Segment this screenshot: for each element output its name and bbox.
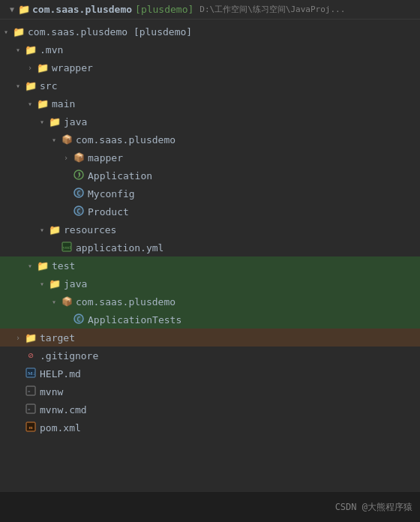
tree-item-com-saas-test[interactable]: ▾📦com.saas.plusdemo [0,292,420,310]
tree-label: mvnw [40,386,63,398]
tree-item-help-md[interactable]: ›M↓HELP.md [0,364,420,382]
tree-item-gitignore[interactable]: ›⊘.gitignore [0,346,420,364]
tree-label: main [52,98,75,110]
tree-item-myconfig[interactable]: ›CMyconfig [0,184,420,202]
tree-item-application-tests[interactable]: ›CApplicationTests [0,310,420,328]
tree-arrow: › [12,334,24,342]
tree-label: mapper [88,152,123,164]
tree-label: .mvn [40,44,63,56]
tree-label: .gitignore [40,350,98,362]
tree-arrow: ▾ [12,82,24,90]
tree-label: java [64,116,87,128]
tree-item-target[interactable]: ›📁target [0,328,420,346]
project-path: D:\工作空间\练习空间\JavaProj... [200,4,345,15]
tree-label: test [52,260,75,272]
tree-arrow: › [60,316,72,324]
folder-java-icon: 📁 [48,116,62,128]
tree-label: Product [88,206,129,218]
tree-item-mvn[interactable]: ▾📁.mvn [0,40,420,58]
tree-label: com.saas.plusdemo [76,296,176,308]
tree-label: resources [64,224,116,236]
tree-arrow: › [24,64,36,72]
tree-item-java-test[interactable]: ▾📁java [0,274,420,292]
file-tree-panel: ▼ 📁 com.saas.plusdemo [plusdemo] D:\工作空间… [0,0,420,512]
tree-arrow: › [12,370,24,378]
mvnw-cmd-icon: = [24,404,38,416]
tree-item-test[interactable]: ▾📁test [0,256,420,274]
tree-item-application[interactable]: ›Application [0,166,420,184]
tree-item-wrapper[interactable]: ›📁wrapper [0,58,420,76]
tree-item-application-yml[interactable]: ›ymlapplication.yml [0,238,420,256]
tree-item-resources[interactable]: ▾📁resources [0,220,420,238]
project-name: com.saas.plusdemo [32,4,132,15]
tree-item-com-saas[interactable]: ▾📦com.saas.plusdemo [0,130,420,148]
tree-item-java-main[interactable]: ▾📁java [0,112,420,130]
project-root[interactable]: ▼ 📁 com.saas.plusdemo [plusdemo] D:\工作空间… [0,0,420,20]
tree-arrow: ▾ [36,280,48,288]
package-icon: 📦 [60,296,74,307]
tree-arrow: ▾ [48,298,60,306]
md-icon: M↓ [24,368,38,380]
package-icon: 📦 [60,134,74,145]
watermark-bar: CSDN @大熊程序猿 [0,492,420,522]
tree-item-main[interactable]: ▾📁main [0,94,420,112]
tree-arrow: › [48,244,60,252]
tree-item-mapper[interactable]: ›📦mapper [0,148,420,166]
tree-arrow: › [12,388,24,396]
package-icon: 📦 [72,152,86,163]
tree-label: Application [88,170,152,182]
tree-arrow: › [60,208,72,216]
tree-arrow: › [60,190,72,198]
mvnw-icon: = [24,386,38,398]
tree-label: ApplicationTests [88,314,182,326]
svg-text:yml: yml [63,244,71,250]
tree-label: Myconfig [88,188,135,200]
tree-arrow: › [60,172,72,180]
tree-label: HELP.md [40,368,81,380]
tree-label: java [64,278,87,290]
class-icon: C [72,188,86,200]
folder-icon: 📁 [36,98,50,110]
tree-label: application.yml [76,242,164,254]
tree-item-pom-xml[interactable]: ›mpom.xml [0,418,420,436]
gitignore-icon: ⊘ [24,350,38,361]
tree-arrow: ▾ [48,136,60,144]
tree-label: mvnw.cmd [40,404,87,416]
tree-label: target [40,332,75,344]
yml-icon: yml [60,242,74,254]
folder-icon: 📁 [36,62,50,74]
spring-icon [72,170,86,182]
tree-arrow: ▾ [36,226,48,234]
folder-icon: 📁 [36,260,50,272]
project-badge: [plusdemo] [135,4,194,15]
tree-arrow: › [60,154,72,162]
tree-label: com.saas.plusdemo [76,134,176,146]
tree-arrow: ▾ [12,46,24,54]
tree-item-root[interactable]: ▾📁com.saas.plusdemo [plusdemo] [0,22,420,40]
class-icon: C [72,314,86,326]
tree-label: src [40,80,57,92]
tree-arrow: › [12,406,24,414]
svg-text:C: C [76,208,80,215]
folder-icon: 📁 [24,332,38,344]
tree-arrow: ▾ [24,262,36,270]
svg-text:C: C [76,190,80,197]
svg-text:M↓: M↓ [28,370,35,376]
tree-item-src[interactable]: ▾📁src [0,76,420,94]
xml-icon: m [24,422,38,434]
tree-list: ▾📁com.saas.plusdemo [plusdemo]▾📁.mvn›📁wr… [0,20,420,512]
folder-icon: 📁 [24,44,38,56]
svg-text:m: m [29,425,33,430]
tree-item-product[interactable]: ›CProduct [0,202,420,220]
tree-arrow: › [12,424,24,432]
folder-icon: 📁 [24,80,38,92]
tree-arrow: ▾ [24,100,36,108]
svg-text:C: C [76,316,80,323]
folder-java-icon: 📁 [48,278,62,290]
tree-arrow: › [12,352,24,360]
tree-item-mvnw[interactable]: ›=mvnw [0,382,420,400]
tree-item-mvnw-cmd[interactable]: ›=mvnw.cmd [0,400,420,418]
root-arrow: ▼ [6,5,18,14]
tree-label: wrapper [52,62,93,74]
tree-arrow: ▾ [36,118,48,126]
